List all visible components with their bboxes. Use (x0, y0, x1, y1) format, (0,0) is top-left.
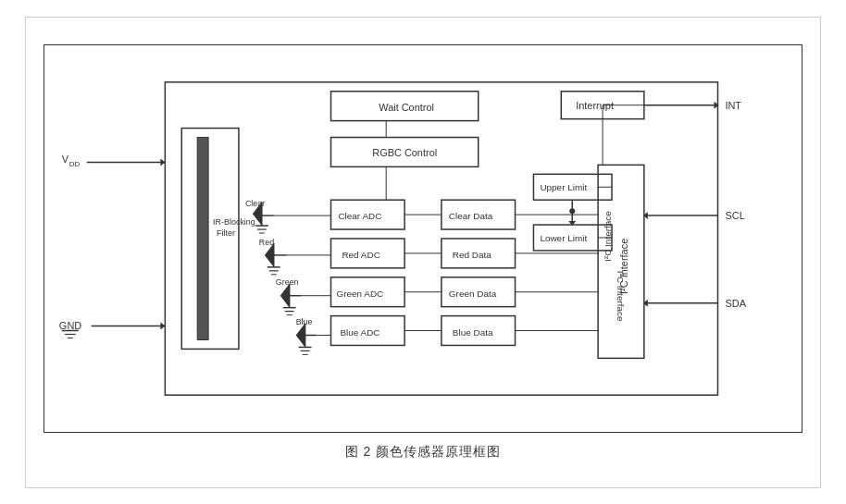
page-container: V DD GND IR-Blocking Filter Clear (25, 17, 821, 488)
svg-text:Clear ADC: Clear ADC (338, 211, 381, 221)
svg-rect-12 (197, 137, 208, 339)
caption: 图 2 颜色传感器原理框图 (345, 444, 502, 461)
svg-marker-37 (296, 323, 305, 347)
svg-rect-11 (181, 128, 239, 349)
svg-text:SCL: SCL (725, 210, 744, 221)
svg-text:I²C Interface: I²C Interface (603, 210, 613, 261)
svg-text:Blue ADC: Blue ADC (340, 326, 379, 337)
svg-text:Red Data: Red Data (453, 249, 491, 259)
svg-text:Wait Control: Wait Control (379, 101, 434, 112)
svg-text:SDA: SDA (725, 297, 746, 308)
svg-text:Red ADC: Red ADC (342, 249, 379, 259)
svg-text:Red: Red (259, 237, 274, 246)
svg-text:Clear Data: Clear Data (449, 211, 493, 221)
svg-text:IR-Blocking: IR-Blocking (213, 217, 255, 227)
svg-text:Blue Data: Blue Data (453, 326, 493, 337)
svg-text:Upper Limit: Upper Limit (540, 182, 587, 192)
svg-text:INT: INT (725, 99, 741, 110)
diagram-area: V DD GND IR-Blocking Filter Clear (44, 44, 802, 433)
svg-text:Green Data: Green Data (449, 288, 497, 298)
svg-text:RGBC Control: RGBC Control (372, 147, 437, 158)
svg-text:I²C Interface: I²C Interface (618, 238, 629, 293)
svg-text:Green: Green (276, 277, 299, 286)
svg-text:V: V (62, 154, 69, 165)
svg-text:DD: DD (69, 160, 81, 168)
svg-text:GND: GND (59, 319, 81, 330)
svg-text:Filter: Filter (217, 228, 235, 238)
svg-point-83 (569, 208, 575, 214)
svg-marker-30 (280, 283, 290, 307)
svg-text:Green ADC: Green ADC (336, 288, 383, 298)
svg-text:Lower Limit: Lower Limit (540, 232, 587, 242)
